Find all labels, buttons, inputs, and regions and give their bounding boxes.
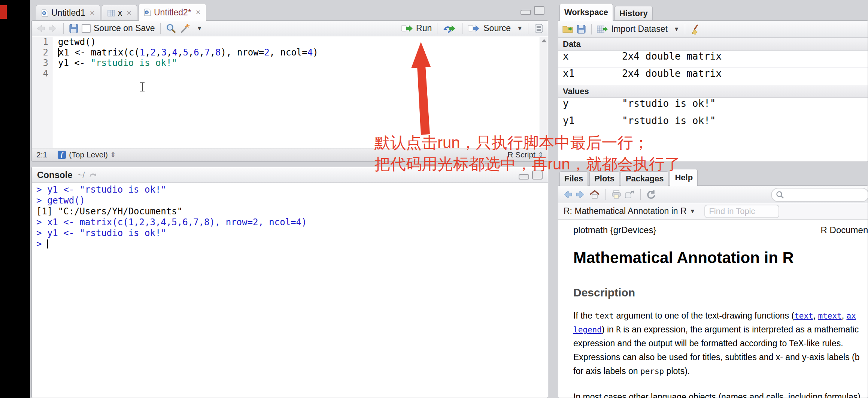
text-segment: Expressions can also be used for titles,… — [573, 352, 860, 362]
maximize-icon[interactable] — [534, 6, 544, 15]
refresh-icon[interactable] — [646, 190, 656, 199]
tab-label: x — [118, 8, 122, 18]
chevron-down-icon[interactable]: ▼ — [517, 25, 523, 32]
help-search-box[interactable] — [771, 188, 868, 202]
forward-icon[interactable] — [576, 190, 586, 199]
compile-notebook-icon[interactable] — [534, 24, 544, 33]
text-segment: 1 — [140, 47, 145, 58]
tab-x-data[interactable]: x × — [102, 5, 137, 21]
back-icon[interactable] — [36, 24, 45, 33]
help-content: plotmath {grDevices} R Documentation Mat… — [558, 220, 868, 398]
text-segment: , — [813, 311, 818, 320]
print-icon[interactable] — [611, 190, 622, 199]
source-on-save-checkbox[interactable] — [82, 24, 91, 33]
goto-directory-icon[interactable] — [89, 171, 98, 179]
close-icon[interactable]: × — [127, 8, 131, 18]
tab-workspace[interactable]: Workspace — [559, 4, 613, 21]
help-text-line: legend) in R is an expression, the argum… — [573, 323, 868, 337]
help-text-line: In most cases other language objects (na… — [573, 390, 868, 398]
text-segment: expression and the output will be format… — [573, 338, 843, 348]
object-name: x — [558, 51, 618, 67]
function-scope-icon: f — [58, 151, 66, 159]
workspace-section-header: Data — [558, 38, 868, 51]
close-icon[interactable]: × — [90, 8, 95, 18]
help-text-line: for axis labels on persp plots). — [573, 364, 868, 378]
forward-icon[interactable] — [48, 24, 58, 33]
workspace-object-row[interactable]: y"rstudio is ok!" — [558, 98, 868, 115]
workspace-object-row[interactable]: x12x4 double matrix — [558, 68, 868, 85]
run-icon — [401, 24, 413, 33]
open-in-new-window-icon[interactable] — [625, 190, 635, 199]
cursor-position: 2:1 — [36, 150, 47, 159]
code-line: y1 <- "rstudio is ok!" — [58, 58, 540, 68]
tab-label: Packages — [626, 174, 664, 184]
help-paragraph: In most cases other language objects (na… — [573, 390, 868, 398]
tab-label: Untitled2* — [154, 7, 191, 18]
tab-label: Workspace — [564, 7, 608, 17]
search-icon[interactable] — [166, 23, 176, 34]
text-segment: getwd() — [58, 37, 96, 47]
editor-scrollbar[interactable] — [540, 37, 548, 148]
back-icon[interactable] — [562, 190, 573, 199]
text-segment: argument to one of the text-drawing func… — [614, 311, 794, 320]
console-output-area[interactable]: > y1 <- "rstudio is ok!"> getwd()[1] "C:… — [36, 184, 544, 398]
import-dataset-button[interactable]: Import Dataset — [611, 24, 668, 34]
editor-code-area[interactable]: getwd()x1 <- matrix(c(1,2,3,4,5,6,7,8), … — [58, 37, 540, 148]
tab-history[interactable]: History — [614, 6, 653, 21]
line-number: 2 — [32, 47, 53, 58]
magic-wand-icon[interactable] — [179, 23, 191, 34]
annotation-line2: 把代码用光标都选中，再run，就都会执行了 — [374, 153, 680, 175]
text-segment: , ncol= — [270, 47, 307, 58]
rerun-icon[interactable] — [443, 24, 457, 33]
close-icon[interactable]: × — [196, 7, 201, 17]
workspace-section-header: Values — [558, 85, 868, 98]
object-name: x1 — [558, 68, 618, 85]
scroll-up-icon[interactable] — [541, 39, 547, 42]
workspace-object-row[interactable]: x2x4 double matrix — [558, 51, 868, 68]
help-link[interactable]: mtext — [818, 311, 841, 320]
console-line: > y1 <- "rstudio is ok!" — [36, 228, 544, 239]
minimize-icon[interactable] — [519, 174, 529, 180]
source-button[interactable]: Source — [483, 23, 511, 33]
text-segment: , — [177, 47, 183, 58]
chevron-down-icon[interactable]: ▼ — [197, 25, 203, 32]
help-breadcrumb[interactable]: R: Mathematical Annotation in R — [564, 206, 687, 216]
text-segment: 4 — [172, 47, 177, 58]
help-link[interactable]: ax — [846, 311, 856, 320]
help-section-heading: Description — [573, 286, 868, 299]
tab-label: History — [619, 9, 648, 18]
scope-label[interactable]: (Top Level) — [69, 150, 108, 159]
save-workspace-icon[interactable] — [576, 24, 586, 34]
minimize-icon[interactable] — [521, 10, 531, 15]
help-link[interactable]: legend — [573, 325, 602, 334]
help-text-line: Expressions can also be used for titles,… — [573, 350, 868, 364]
open-workspace-icon[interactable] — [562, 25, 573, 34]
text-segment: 7 — [204, 47, 210, 58]
save-icon[interactable] — [69, 24, 79, 33]
text-segment: x1 <- matrix(c( — [58, 47, 140, 58]
help-pane: R: Mathematical Annotation in R ▼ plotma… — [558, 186, 868, 398]
editor-gutter: 1234 — [32, 37, 53, 148]
help-link[interactable]: text — [794, 311, 813, 320]
updown-icon: ⇕ — [110, 151, 116, 159]
find-in-topic-input[interactable] — [704, 205, 779, 218]
help-text-line: If the text argument to one of the text-… — [573, 309, 868, 323]
tab-label: Plots — [594, 174, 614, 184]
line-number: 4 — [32, 68, 53, 79]
editor-toolbar: Source on Save ▼ Run Source ▼ — [32, 21, 548, 36]
object-value: 2x4 double matrix — [618, 68, 722, 85]
chevron-down-icon[interactable]: ▼ — [690, 208, 696, 215]
workspace-object-row[interactable]: y1"rstudio is ok!" — [558, 115, 868, 132]
help-page-title: Mathematical Annotation in R — [573, 249, 868, 267]
run-button[interactable]: Run — [416, 23, 432, 33]
tab-untitled2[interactable]: R Untitled2* × — [139, 4, 206, 21]
chevron-down-icon[interactable]: ▼ — [674, 26, 680, 33]
search-icon — [776, 190, 784, 199]
clear-workspace-broom-icon[interactable] — [691, 24, 701, 34]
text-segment: 2 — [264, 47, 269, 58]
home-icon[interactable] — [589, 190, 600, 199]
help-package-label: plotmath {grDevices} — [573, 225, 656, 235]
tab-untitled1[interactable]: R Untitled1 × — [36, 5, 100, 21]
annotation-text: 默认点击run，只执行脚本中最后一行； 把代码用光标都选中，再run，就都会执行… — [374, 132, 680, 175]
text-segment: In most cases other language objects (na… — [573, 392, 861, 398]
